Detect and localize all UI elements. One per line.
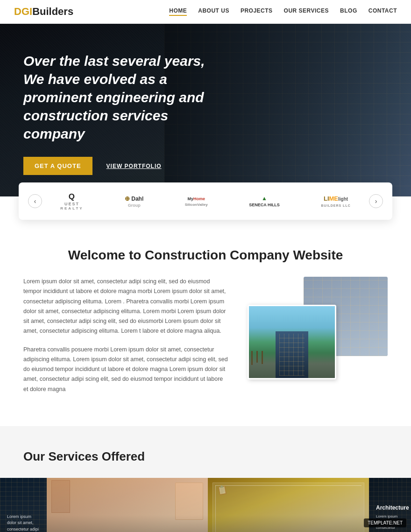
welcome-para-2: Pharetra convallis posuere morbi Lorem i… (23, 345, 229, 394)
partner-quest: QUEST REALTY (60, 192, 83, 210)
welcome-section: Welcome to Construction Company Website … (0, 220, 411, 426)
service-card-house: 📋 House Planning Lorem ipsum dolor sit a… (208, 478, 369, 532)
services-section: Our Services Offered Lorem ipsum dolor s… (0, 426, 411, 532)
welcome-para-1: Lorem ipsum dolor sit amet, consectetur … (23, 277, 229, 336)
partners-carousel: ‹ QUEST REALTY ⊕ Dahl Group MyHome Silic… (19, 182, 392, 220)
partner-myhome: MyHome SiliconValley (185, 196, 208, 207)
nav-blog[interactable]: BLOG (340, 7, 357, 16)
nav-services[interactable]: OUR SERVICES (284, 7, 329, 16)
navbar: DGIBuilders HOME ABOUT US PROJECTS OUR S… (0, 0, 411, 24)
service-card-building: Lorem ipsum dolor sit amet, consectetur … (0, 478, 47, 532)
service-card-content-building: Lorem ipsum dolor sit amet, consectetur … (0, 507, 47, 532)
welcome-text: Lorem ipsum dolor sit amet, consectetur … (23, 277, 229, 403)
logo[interactable]: DGIBuilders (14, 6, 73, 18)
services-heading: Our Services Offered (0, 449, 411, 464)
service-card-content-house: House Planning Lorem ipsum dolor sit ame… (208, 525, 369, 532)
nav-links: HOME ABOUT US PROJECTS OUR SERVICES BLOG… (169, 7, 397, 16)
hero-buttons: GET A QUOTE VIEW PORTFOLIO (23, 157, 210, 175)
logo-builders: Builders (32, 6, 73, 18)
welcome-heading: Welcome to Construction Company Website (23, 248, 388, 263)
service-card-title-arch: Architecture (376, 504, 404, 511)
service-card-interior: Interior Designing Lorem ipsum dolor sit… (47, 478, 208, 532)
nav-about[interactable]: ABOUT US (198, 7, 229, 16)
service-card-content-interior: Interior Designing Lorem ipsum dolor sit… (47, 525, 208, 532)
palm-trees (251, 351, 263, 365)
carousel-next-button[interactable]: › (369, 194, 383, 208)
building-shape (276, 331, 308, 378)
nav-contact[interactable]: CONTACT (368, 7, 397, 16)
partner-limelight: LIMElight BUILDERS LLC (321, 195, 350, 208)
view-portfolio-button[interactable]: VIEW PORTFOLIO (97, 157, 171, 175)
partner-dahl: ⊕ Dahl Group (125, 195, 143, 208)
nav-home[interactable]: HOME (169, 7, 187, 16)
hero-content: Over the last several years, We have evo… (0, 24, 234, 196)
partner-seneca: ▲ SENECA HILLS (249, 195, 280, 207)
get-quote-button[interactable]: GET A QUOTE (23, 157, 92, 175)
building-scene (249, 306, 335, 378)
hero-section: Over the last several years, We have evo… (0, 24, 411, 196)
logo-dgi: DGI (14, 6, 32, 18)
nav-projects[interactable]: PROJECTS (241, 7, 273, 16)
watermark: TEMPLATE.NET (364, 518, 406, 527)
service-card-desc-building: Lorem ipsum dolor sit amet, consectetur … (7, 514, 40, 532)
services-cards: Lorem ipsum dolor sit amet, consectetur … (0, 478, 411, 532)
partner-logos: QUEST REALTY ⊕ Dahl Group MyHome Silicon… (42, 192, 369, 210)
carousel-prev-button[interactable]: ‹ (28, 194, 42, 208)
welcome-image-front (248, 305, 336, 379)
welcome-content: Lorem ipsum dolor sit amet, consectetur … (23, 277, 388, 403)
welcome-images (248, 277, 388, 379)
hero-heading: Over the last several years, We have evo… (23, 52, 210, 143)
